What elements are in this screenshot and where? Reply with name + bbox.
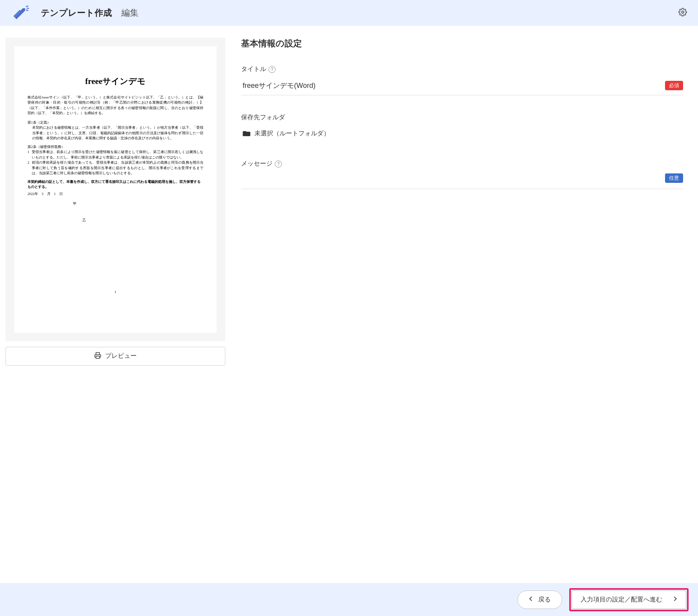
doc-list-item-1: 1 受領当事者は、前条により開示を受けた秘密情報を厳に秘密として保持し、第三者に… [27, 149, 203, 160]
preview-button-label: プレビュー [105, 352, 137, 360]
page-subtitle: 編集 [121, 7, 139, 19]
title-label: タイトル ? [241, 65, 683, 73]
doc-article-1-header: 第1条（定義） [27, 120, 203, 126]
folder-value: 未選択（ルートフォルダ） [254, 129, 330, 138]
settings-icon[interactable] [678, 8, 687, 18]
left-panel: freeeサインデモ 株式会社freeeサイン（以下、「甲」という。）と株式会社… [5, 38, 225, 583]
header-left: テンプレート作成 編集 [11, 5, 139, 21]
doc-list-item-2: 2 前項の事前承諾を得た場合であっても、受領当事者は、当該第三者が本契約上の義務… [27, 160, 203, 176]
print-icon [94, 352, 101, 361]
doc-date: 2022年 3 月 1 日 [27, 191, 203, 197]
doc-article-2-list: 1 受領当事者は、前条により開示を受けた秘密情報を厳に秘密として保持し、第三者に… [27, 149, 203, 176]
message-input-row[interactable]: 任意 [241, 173, 683, 189]
main-content: freeeサインデモ 株式会社freeeサイン（以下、「甲」という。）と株式会社… [0, 26, 698, 583]
page-title: テンプレート作成 [41, 7, 112, 19]
app-logo-icon [11, 5, 31, 21]
message-form-group: メッセージ ? 任意 [241, 160, 683, 189]
doc-party-2: 乙 [27, 218, 203, 223]
help-icon[interactable]: ? [275, 160, 282, 168]
required-badge: 必須 [665, 81, 683, 90]
doc-party-1: 甲 [27, 201, 203, 207]
svg-point-0 [682, 11, 684, 13]
folder-icon [243, 130, 250, 138]
title-input-row: 必須 [241, 79, 683, 95]
section-title: 基本情報の設定 [241, 38, 683, 49]
help-icon[interactable]: ? [269, 66, 276, 73]
preview-button[interactable]: プレビュー [5, 347, 225, 366]
doc-closing: 本契約締結の証として、本書を作成し、双方にて署名捺印又はこれに代わる電磁的処理を… [27, 179, 203, 190]
title-input[interactable] [241, 79, 660, 92]
doc-article-1-body: 本契約における秘密情報とは、一方当事者（以下、「開示当事者」という。）が他方当事… [27, 125, 203, 141]
folder-form-group: 保存先フォルダ 未選択（ルートフォルダ） [241, 113, 683, 142]
doc-title: freeeサインデモ [27, 75, 203, 88]
folder-selector[interactable]: 未選択（ルートフォルダ） [241, 127, 683, 142]
app-header: テンプレート作成 編集 [0, 0, 698, 26]
doc-intro: 株式会社freeeサイン（以下、「甲」という。）と株式会社サイトビジット以下、「… [27, 95, 203, 116]
doc-article-2-header: 第2条（秘密保持義務） [27, 144, 203, 150]
svg-rect-1 [96, 356, 100, 358]
document-preview-area: freeeサインデモ 株式会社freeeサイン（以下、「甲」という。）と株式会社… [5, 38, 225, 341]
doc-page-number: 1 [27, 290, 203, 295]
document-page: freeeサインデモ 株式会社freeeサイン（以下、「甲」という。）と株式会社… [14, 46, 217, 333]
title-form-group: タイトル ? 必須 [241, 65, 683, 95]
folder-label: 保存先フォルダ [241, 113, 683, 122]
optional-badge: 任意 [665, 173, 683, 183]
message-label: メッセージ ? [241, 160, 683, 168]
right-panel: 基本情報の設定 タイトル ? 必須 保存先フォルダ 未選択（ルー [241, 38, 693, 583]
